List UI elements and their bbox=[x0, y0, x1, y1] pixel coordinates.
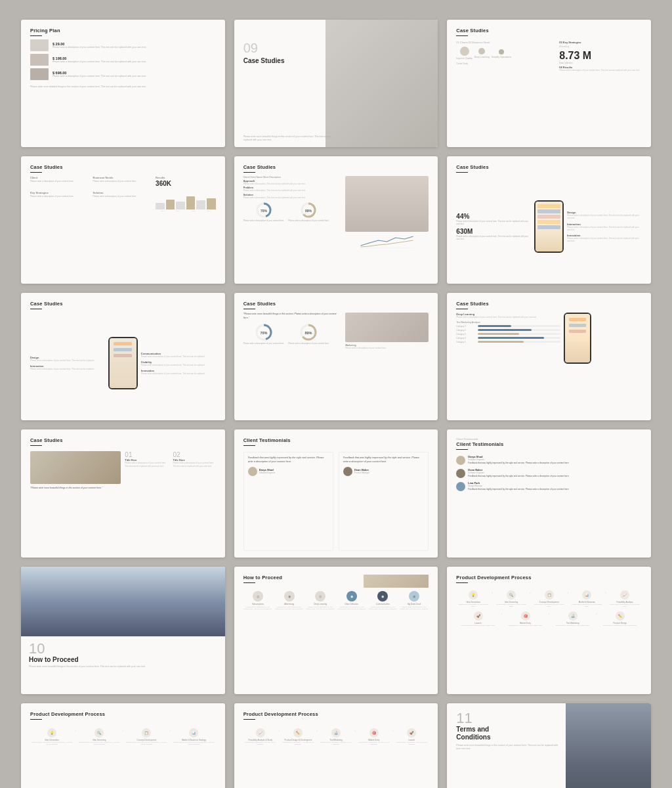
bar-4 bbox=[186, 196, 196, 209]
process-circle-6: ◉ bbox=[409, 591, 419, 602]
title-underline bbox=[456, 449, 468, 450]
donut-1: 70% Please write a description of your c… bbox=[243, 202, 285, 222]
title-underline bbox=[243, 172, 255, 173]
slide-title: Terms andConditions bbox=[456, 726, 558, 741]
slide-case-stats: Case Studies 01 Charts 02 Business Need … bbox=[447, 20, 651, 147]
idea-gen-icon: 💡 bbox=[469, 590, 478, 600]
content-row: 44% Please write a description of your c… bbox=[456, 176, 642, 277]
bottom-labels: Center Goals bbox=[456, 62, 555, 65]
label-center: Center Goals bbox=[456, 62, 555, 65]
donut-1: 70% Please write a description of your c… bbox=[243, 323, 285, 345]
cat-communication: Communication Please write a description… bbox=[141, 352, 216, 358]
donut-2: 89% Please write a description of your c… bbox=[288, 202, 329, 222]
idea-screen-icon: 🔍 bbox=[507, 590, 516, 600]
col-results: Results 360K bbox=[156, 176, 216, 187]
slide-title: Client Testimonials bbox=[456, 441, 642, 447]
step-2-icon: ✏️ bbox=[293, 728, 303, 737]
vis-text: Please write a description of your conte… bbox=[141, 364, 216, 366]
slides-grid: Pricing Plan $ 29.00 Please write a desc… bbox=[21, 20, 651, 788]
numbered-items: 01 Title Here Please write a description… bbox=[125, 451, 215, 467]
arrow-1: › bbox=[279, 728, 280, 746]
innovation-text: Please write a description of your conte… bbox=[567, 237, 642, 242]
arrow-1: › bbox=[75, 728, 76, 746]
phone-item-2 bbox=[114, 348, 132, 351]
content-row: Deep Learning Please write a description… bbox=[456, 313, 642, 414]
phone-item-3 bbox=[114, 354, 132, 357]
role-3: Design Manager bbox=[468, 485, 569, 487]
h-bar-row-5: Category 5 bbox=[456, 341, 560, 343]
donut-2-label: Please write a description of your conte… bbox=[288, 342, 329, 345]
svg-text:89%: 89% bbox=[305, 330, 312, 334]
header-row: How to Proceed bbox=[243, 575, 429, 588]
problem-text: Please write a description. This text ca… bbox=[243, 189, 342, 192]
left-area: "Please write more beautiful things in t… bbox=[243, 313, 342, 345]
arrow-3: › bbox=[170, 728, 171, 746]
col-solution: Solution Please write a description of y… bbox=[93, 191, 154, 212]
h-bar-track-4 bbox=[478, 337, 560, 339]
arrow-2: › bbox=[316, 728, 318, 746]
product-design-icon: ✏️ bbox=[616, 611, 625, 621]
step-4: 🎯 Market Entry Please write a descriptio… bbox=[357, 728, 391, 746]
avatar-1 bbox=[456, 456, 465, 465]
role-1: Software Engineer bbox=[468, 458, 569, 461]
slide-number: 10 bbox=[29, 642, 217, 656]
stat-value: 8.73 M bbox=[559, 50, 642, 62]
step-3-icon: 📋 bbox=[142, 728, 151, 737]
step-2: 🔍 Idea Screening Please write a descript… bbox=[77, 728, 121, 746]
key-strategies-label: 03 Key Strategies bbox=[559, 41, 642, 44]
bar-3 bbox=[176, 202, 185, 210]
stat-360k: 360K bbox=[156, 180, 216, 187]
h-bar-track-1 bbox=[478, 325, 560, 327]
results-desc: Please write a description of your conte… bbox=[559, 69, 642, 72]
stat1: 44% bbox=[456, 213, 531, 220]
svg-text:89%: 89% bbox=[305, 208, 312, 212]
phone-item-2 bbox=[537, 209, 560, 213]
title-underline bbox=[456, 172, 468, 173]
process-circle-4: ◉ bbox=[346, 591, 357, 602]
author-info-1: Darya Shad Software Engineer bbox=[259, 468, 276, 474]
cat-design: Design Please write a description of you… bbox=[567, 211, 642, 219]
content-row: Darya Shad Software Engineer Feedback th… bbox=[456, 455, 642, 550]
design-text: Please write a description of your conte… bbox=[30, 359, 105, 362]
step-idea-gen: 💡 Idea Generation Please write a descrip… bbox=[456, 590, 490, 608]
circles-area: Improve Quality Deep Learning Simplify O… bbox=[456, 47, 555, 60]
phone-mockup bbox=[534, 200, 564, 253]
bar-chart bbox=[156, 193, 216, 209]
slide-case-phone-left: Case Studies Design Please write a descr… bbox=[21, 293, 225, 420]
testimonial-item-2: Dean Baker Software Engineer Feedback th… bbox=[456, 468, 642, 478]
bottom-text: Please write more beautiful things in th… bbox=[456, 744, 558, 751]
pi1 bbox=[569, 318, 586, 321]
process-advertising: ◉ Advertising Please write a description… bbox=[274, 591, 304, 611]
donut-1-label: Please write a description of your conte… bbox=[243, 342, 285, 345]
case-intro-image bbox=[326, 20, 438, 147]
svg-text:70%: 70% bbox=[261, 208, 268, 212]
terms-right-image bbox=[566, 703, 651, 788]
solution: Solution Please write a description. Thi… bbox=[243, 194, 342, 199]
content-row: "Please write more beautiful things in t… bbox=[30, 451, 216, 550]
proc-desc-6: Please write a description of your conte… bbox=[400, 606, 429, 611]
step-test-marketing: 🔬 Test Marketing Please write a descript… bbox=[551, 611, 594, 626]
author-role-2: Product Manager bbox=[354, 471, 369, 474]
testimonials-list: Darya Shad Software Engineer Feedback th… bbox=[456, 455, 642, 550]
h-bar-row-4: Category 4 bbox=[456, 337, 560, 339]
author-info-2: Dean Baker Product Manager bbox=[354, 468, 369, 474]
phone-screen bbox=[536, 202, 562, 252]
testimonial-2: Feedback that was highly impressed by th… bbox=[339, 452, 429, 550]
line-chart-area bbox=[345, 234, 429, 251]
avatar-1 bbox=[248, 467, 257, 476]
title-underline bbox=[30, 309, 42, 309]
bar-2 bbox=[166, 200, 175, 209]
testimonial-content-2: Dean Baker Software Engineer Feedback th… bbox=[468, 468, 569, 477]
h-bar-fill-1 bbox=[478, 325, 511, 327]
step-launch: 🚀 Launch Please write a description of y… bbox=[456, 611, 499, 626]
circle-3 bbox=[499, 49, 504, 55]
phone-item-3 bbox=[537, 215, 560, 219]
donut-svg-2: 89% bbox=[300, 202, 317, 219]
donut-svg-1: 70% bbox=[255, 202, 272, 219]
slide-case-donuts: Case Studies "Please write more beautifu… bbox=[234, 293, 438, 420]
svg-text:70%: 70% bbox=[260, 330, 267, 334]
deep-learning: Deep Learning Please write a description… bbox=[456, 313, 560, 318]
slide-product-dev-2: Product Development Process 💡 Idea Gener… bbox=[21, 703, 225, 788]
bar-1 bbox=[156, 203, 165, 209]
title-underline bbox=[243, 582, 255, 583]
